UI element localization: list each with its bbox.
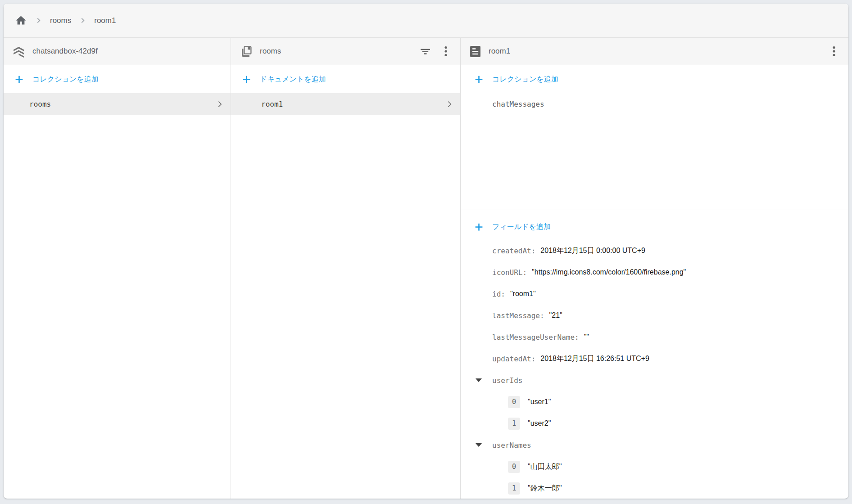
field-key: id: — [492, 290, 505, 298]
chevron-right-icon — [445, 100, 454, 108]
field-row-updatedat[interactable]: updatedAt: 2018年12月15日 16:26:51 UTC+9 — [461, 348, 848, 369]
field-row-createdat[interactable]: createdAt: 2018年12月15日 0:00:00 UTC+9 — [461, 240, 848, 261]
document-panel-header: room1 — [461, 38, 848, 65]
array-item-value: "user1" — [528, 398, 551, 406]
array-field-key: userNames — [492, 441, 531, 450]
field-row-usernames[interactable]: userNames — [461, 434, 848, 456]
array-field-key: userIds — [492, 376, 522, 385]
kebab-menu-icon[interactable] — [829, 44, 839, 59]
field-row-userids[interactable]: userIds — [461, 369, 848, 391]
breadcrumb: rooms room1 — [4, 4, 848, 38]
collections-bookmark-icon — [240, 45, 252, 58]
home-icon[interactable] — [14, 13, 27, 28]
field-key: updatedAt: — [492, 355, 535, 363]
kebab-menu-icon[interactable] — [440, 44, 451, 59]
add-document-button[interactable]: ドキュメントを追加 — [231, 65, 460, 93]
collection-panel-header: rooms — [231, 38, 460, 65]
field-key: lastMessageUserName: — [492, 333, 579, 342]
field-key: iconURL: — [492, 268, 527, 277]
triangle-down-icon[interactable] — [476, 378, 482, 382]
breadcrumb-item-rooms[interactable]: rooms — [50, 16, 71, 25]
collection-row-label: rooms — [29, 100, 51, 108]
field-row-lastmessageusername[interactable]: lastMessageUserName: "" — [461, 326, 848, 348]
subcollection-label: chatMessages — [492, 100, 544, 108]
field-value: "" — [584, 333, 589, 341]
breadcrumb-item-room1[interactable]: room1 — [94, 16, 116, 25]
add-collection-button-doc[interactable]: コレクションを追加 — [461, 65, 848, 93]
triangle-down-icon[interactable] — [476, 443, 482, 447]
add-collection-label: コレクションを追加 — [492, 75, 558, 84]
document-icon — [470, 45, 481, 58]
array-item-value: "user2" — [528, 419, 551, 428]
database-panel: chatsandbox-42d9f コレクションを追加 rooms — [4, 38, 231, 499]
field-row-id[interactable]: id: "room1" — [461, 283, 848, 305]
array-index-badge: 1 — [508, 418, 520, 430]
database-panel-header: chatsandbox-42d9f — [4, 38, 231, 65]
document-row-room1[interactable]: room1 — [231, 93, 460, 115]
array-item-value: "鈴木一郎" — [528, 484, 562, 493]
document-title: room1 — [489, 47, 510, 56]
breadcrumb-separator-icon — [79, 17, 86, 24]
database-title: chatsandbox-42d9f — [32, 47, 98, 56]
add-field-button[interactable]: フィールドを追加 — [461, 214, 848, 240]
field-value: "room1" — [510, 290, 536, 298]
firestore-icon — [13, 45, 25, 58]
field-row-iconurl[interactable]: iconURL: "https://img.icons8.com/color/1… — [461, 261, 848, 283]
breadcrumb-separator-icon — [35, 17, 42, 24]
field-value: 2018年12月15日 16:26:51 UTC+9 — [540, 354, 649, 364]
array-index-badge: 1 — [508, 482, 520, 495]
field-key: lastMessage: — [492, 311, 544, 320]
array-item-row[interactable]: 0 "山田太郎" — [461, 456, 848, 477]
plus-icon — [474, 75, 484, 84]
add-collection-label: コレクションを追加 — [32, 75, 99, 84]
plus-icon — [474, 222, 484, 232]
add-field-label: フィールドを追加 — [492, 222, 551, 232]
collection-title: rooms — [260, 47, 281, 56]
array-item-value: "山田太郎" — [528, 462, 562, 472]
subcollections-section: コレクションを追加 chatMessages — [461, 65, 848, 210]
filter-icon[interactable] — [417, 44, 433, 59]
document-panel: room1 コレクションを追加 chatMessages フィールドを — [461, 38, 848, 499]
array-item-row[interactable]: 0 "user1" — [461, 391, 848, 413]
field-value: "https://img.icons8.com/color/1600/fireb… — [532, 268, 686, 276]
firestore-data-viewer: rooms room1 chatsandbox-42d9f コレクションを追加 … — [4, 4, 848, 499]
plus-icon — [14, 75, 24, 84]
collection-panel: rooms ドキュメントを追加 room1 — [231, 38, 461, 499]
chevron-right-icon — [216, 100, 224, 108]
subcollection-row-chatmessages[interactable]: chatMessages — [461, 93, 848, 115]
field-key: createdAt: — [492, 247, 535, 255]
document-row-label: room1 — [261, 100, 283, 108]
array-index-badge: 0 — [508, 396, 520, 408]
field-row-lastmessage[interactable]: lastMessage: "21" — [461, 305, 848, 326]
fields-section: フィールドを追加 createdAt: 2018年12月15日 0:00:00 … — [461, 210, 848, 499]
plus-icon — [242, 75, 251, 84]
field-value: 2018年12月15日 0:00:00 UTC+9 — [540, 246, 645, 256]
array-index-badge: 0 — [508, 461, 520, 473]
collection-row-rooms[interactable]: rooms — [4, 93, 231, 115]
array-item-row[interactable]: 1 "user2" — [461, 413, 848, 434]
array-item-row[interactable]: 1 "鈴木一郎" — [461, 477, 848, 499]
add-document-label: ドキュメントを追加 — [260, 75, 326, 84]
field-value: "21" — [549, 311, 562, 320]
add-collection-button[interactable]: コレクションを追加 — [4, 65, 231, 93]
